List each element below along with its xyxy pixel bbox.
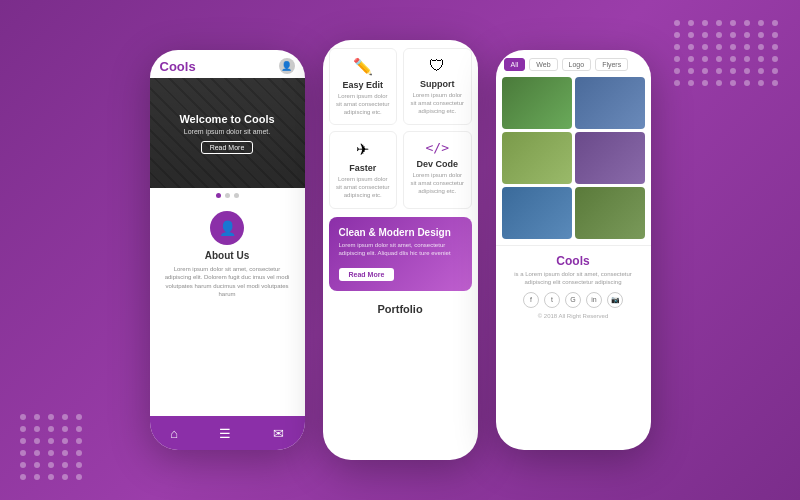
phones-container: Cools 👤 Welcome to Cools Lorem ipsum dol… [150, 40, 651, 460]
phone-left-header: Cools 👤 [150, 50, 305, 78]
facebook-icon[interactable]: f [523, 292, 539, 308]
feature-dev-code: </> Dev Code Lorem ipsum dolor sit amat … [403, 131, 472, 208]
about-text: Lorem ipsum dolor sit amet, consectetur … [160, 265, 295, 299]
hero-subtitle: Lorem ipsum dolor sit amet. [184, 128, 270, 135]
faster-text: Lorem ipsum dolor sit amat consectetur a… [336, 176, 391, 199]
easy-edit-title: Easy Edit [336, 80, 391, 90]
footer-text: is a Lorem ipsum dolor sit amet, consect… [504, 271, 643, 287]
hero-title: Welcome to Cools [179, 113, 274, 125]
faster-icon: ✈ [336, 140, 391, 159]
social-icons: f t G in 📷 [504, 292, 643, 308]
support-text: Lorem ipsum dolor sit amat consectetur a… [410, 92, 465, 115]
dots-decoration-top-right [674, 20, 780, 86]
carousel-dots [150, 188, 305, 203]
carousel-dot-1[interactable] [216, 193, 221, 198]
dev-code-icon: </> [410, 140, 465, 155]
portfolio-label: Portfolio [323, 297, 478, 319]
phone-right-footer: Cools is a Lorem ipsum dolor sit amet, c… [496, 245, 651, 325]
tab-logo[interactable]: Logo [562, 58, 592, 71]
about-section: 👤 About Us Lorem ipsum dolor sit amet, c… [150, 203, 305, 307]
linkedin-icon[interactable]: in [586, 292, 602, 308]
filter-tabs: All Web Logo Flyers [496, 50, 651, 77]
copyright-text: © 2018 All Right Reserved [504, 313, 643, 319]
carousel-dot-2[interactable] [225, 193, 230, 198]
mail-icon[interactable]: ✉ [273, 426, 284, 441]
carousel-dot-3[interactable] [234, 193, 239, 198]
phone-center: ✏️ Easy Edit Lorem ipsum dolor sit amat … [323, 40, 478, 460]
gallery-image-2 [575, 77, 645, 129]
phone-right: All Web Logo Flyers Cools is a Lorem ips… [496, 50, 651, 450]
menu-icon[interactable]: ☰ [219, 426, 231, 441]
googleplus-icon[interactable]: G [565, 292, 581, 308]
support-title: Support [410, 79, 465, 89]
feature-faster: ✈ Faster Lorem ipsum dolor sit amat cons… [329, 131, 398, 208]
support-icon: 🛡 [410, 57, 465, 75]
portfolio-gallery [496, 77, 651, 239]
dev-code-text: Lorem ipsum dolor sit amat consectetur a… [410, 172, 465, 195]
hero-read-more-button[interactable]: Read More [201, 141, 254, 154]
twitter-icon[interactable]: t [544, 292, 560, 308]
faster-title: Faster [336, 163, 391, 173]
easy-edit-text: Lorem ipsum dolor sit amat consectetur a… [336, 93, 391, 116]
footer-logo: Cools [504, 254, 643, 268]
banner-text: Lorem ipsum dolor sit amet, consectetur … [339, 242, 462, 258]
feature-support: 🛡 Support Lorem ipsum dolor sit amat con… [403, 48, 472, 125]
phone-left-logo: Cools [160, 59, 196, 74]
tab-flyers[interactable]: Flyers [595, 58, 628, 71]
feature-easy-edit: ✏️ Easy Edit Lorem ipsum dolor sit amat … [329, 48, 398, 125]
dev-code-title: Dev Code [410, 159, 465, 169]
gallery-image-6 [575, 187, 645, 239]
user-icon[interactable]: 👤 [279, 58, 295, 74]
home-icon[interactable]: ⌂ [170, 426, 178, 441]
tab-web[interactable]: Web [529, 58, 557, 71]
banner-title: Clean & Modern Design [339, 227, 462, 238]
gallery-image-4 [575, 132, 645, 184]
hero-banner: Welcome to Cools Lorem ipsum dolor sit a… [150, 78, 305, 188]
dots-decoration-bottom-left [20, 414, 84, 480]
bottom-navbar: ⌂ ☰ ✉ [150, 416, 305, 450]
about-icon: 👤 [210, 211, 244, 245]
about-title: About Us [160, 250, 295, 261]
promo-banner: Clean & Modern Design Lorem ipsum dolor … [329, 217, 472, 292]
phone-left: Cools 👤 Welcome to Cools Lorem ipsum dol… [150, 50, 305, 450]
banner-read-more-button[interactable]: Read More [339, 268, 395, 281]
features-grid: ✏️ Easy Edit Lorem ipsum dolor sit amat … [323, 40, 478, 217]
instagram-icon[interactable]: 📷 [607, 292, 623, 308]
gallery-image-1 [502, 77, 572, 129]
gallery-image-5 [502, 187, 572, 239]
easy-edit-icon: ✏️ [336, 57, 391, 76]
tab-all[interactable]: All [504, 58, 526, 71]
gallery-image-3 [502, 132, 572, 184]
